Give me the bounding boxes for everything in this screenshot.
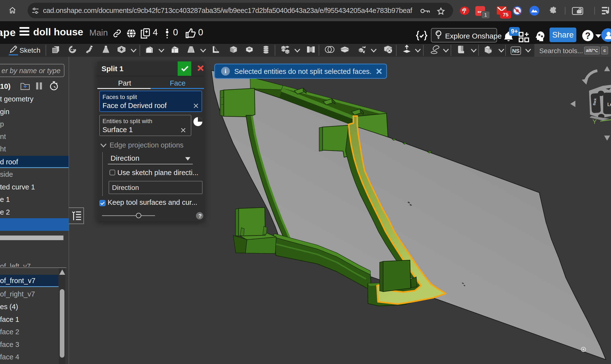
svg-text:Y: Y [592,118,597,125]
svg-text:Le: Le [607,102,611,107]
